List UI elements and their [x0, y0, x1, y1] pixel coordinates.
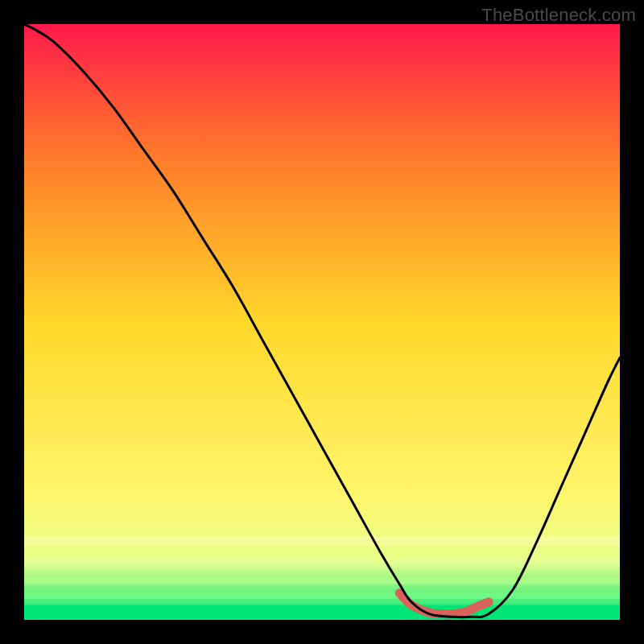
band-stripe [24, 593, 620, 599]
band-stripe [24, 536, 620, 545]
watermark-text: TheBottleneck.com [481, 5, 636, 26]
plot-area [24, 24, 620, 620]
band-stripe [24, 578, 620, 584]
band-stripe [24, 560, 620, 568]
chart-frame: TheBottleneck.com [0, 0, 644, 644]
gradient-background [24, 24, 620, 620]
green-baseline [24, 605, 620, 621]
chart-svg [24, 24, 620, 620]
